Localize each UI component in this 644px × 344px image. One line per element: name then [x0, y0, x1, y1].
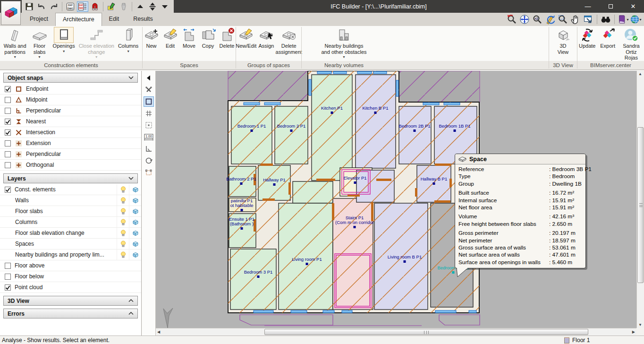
tab-edit[interactable]: Edit	[102, 13, 127, 26]
floor-up-button[interactable]	[135, 1, 146, 12]
layer-row-floor-slabs[interactable]: Floor slabs	[0, 206, 141, 217]
object-snap-button[interactable]	[144, 96, 154, 107]
3d-cube-icon[interactable]	[129, 184, 141, 195]
3d-cube-icon[interactable]	[129, 195, 141, 206]
snap-row-nearest[interactable]: Nearest	[0, 116, 141, 127]
layer-row-floor-below[interactable]: Floor below	[0, 271, 141, 282]
visibility-bulb-icon[interactable]	[117, 249, 129, 260]
visibility-bulb-icon[interactable]	[117, 228, 129, 238]
layer-row-nearby-buildings-and-property-lim-[interactable]: Nearby buildings and property lim...	[0, 249, 141, 260]
zoom-previous-button[interactable]	[506, 14, 518, 25]
pan-button[interactable]	[569, 14, 582, 25]
checkbox[interactable]	[5, 86, 11, 92]
snap-to-grid-button[interactable]	[144, 120, 154, 130]
checkbox[interactable]	[5, 108, 11, 114]
edit-templates-button[interactable]	[106, 1, 117, 12]
undo-button[interactable]	[36, 1, 47, 12]
layer-row-spaces[interactable]: Spaces	[0, 239, 141, 249]
checkbox[interactable]	[5, 274, 11, 280]
layer-row-point-cloud[interactable]: Point cloud	[0, 282, 141, 293]
space-copy-button[interactable]: Copy	[199, 26, 217, 61]
floor-select-button[interactable]	[147, 1, 158, 12]
3d-cube-icon[interactable]	[129, 239, 141, 249]
layer-row-walls[interactable]: Walls	[0, 195, 141, 206]
layer-row-floor-above[interactable]: Floor above	[0, 260, 141, 271]
language-menu-button[interactable]: ▼	[630, 14, 642, 25]
scroll-right-arrow[interactable]: ▶	[632, 330, 635, 334]
scroll-left-arrow[interactable]: ◀	[157, 330, 160, 334]
group-new-edit-button[interactable]: New/Edit	[236, 26, 256, 61]
checkbox[interactable]	[5, 129, 11, 136]
zoom-scale-button[interactable]: ×2	[531, 14, 543, 25]
nearby-buildings-button[interactable]: Nearby buildings and other obstacles▼	[320, 26, 368, 61]
vertical-scrollbar[interactable]: ▲ ▼	[636, 71, 644, 328]
dimension-button[interactable]: 1.00	[144, 132, 154, 142]
save-button[interactable]	[24, 1, 35, 12]
checkbox[interactable]	[5, 97, 11, 103]
checkbox[interactable]	[5, 119, 11, 125]
errors-section-header[interactable]: Errors	[3, 309, 138, 318]
floor-down-button[interactable]	[159, 1, 170, 12]
collapse-panel-button[interactable]	[144, 73, 154, 83]
snap-row-intersection[interactable]: Intersection	[0, 127, 141, 138]
checkbox[interactable]	[5, 151, 11, 157]
snap-row-endpoint[interactable]: Endpoint	[0, 84, 141, 95]
maximize-button[interactable]	[600, 0, 621, 13]
snap-row-perpendicular[interactable]: Perpendicular	[0, 105, 141, 116]
space-new-button[interactable]: New	[143, 26, 161, 61]
tab-project[interactable]: Project	[23, 13, 55, 26]
select-region-button[interactable]	[144, 167, 154, 178]
3d-cube-icon[interactable]	[129, 206, 141, 216]
checkbox[interactable]	[5, 284, 11, 291]
zoom-extents-button[interactable]	[518, 14, 531, 25]
snap-row-perpendicular[interactable]: Perpendicular	[0, 149, 141, 160]
tab-results[interactable]: Results	[126, 13, 160, 26]
snap-row-extension[interactable]: Extension	[0, 138, 141, 149]
walls-and-partitions-button[interactable]: Walls and partitions▼	[2, 26, 28, 61]
snap-row-orthogonal[interactable]: Orthogonal	[0, 160, 141, 171]
snap-row-midpoint[interactable]: Midpoint	[0, 95, 141, 105]
space-edit-button[interactable]: Edit	[161, 26, 179, 61]
checkbox[interactable]	[5, 140, 11, 146]
user-account-button[interactable]: Sandra Ortiz Rojas	[619, 26, 644, 61]
tab-architecture[interactable]: Architecture	[55, 13, 102, 26]
redraw-button[interactable]	[544, 14, 556, 25]
3d-cube-icon[interactable]	[129, 217, 141, 227]
space-move-button[interactable]: Move	[180, 26, 198, 61]
find-button[interactable]	[600, 14, 612, 25]
viewport-button[interactable]	[582, 14, 594, 25]
help-menu-button[interactable]: ▼	[617, 14, 629, 25]
space-delete-button[interactable]: Delete	[218, 26, 236, 61]
tools-button[interactable]	[144, 85, 154, 95]
3d-view-button[interactable]: 3D View	[552, 26, 574, 61]
checkbox[interactable]	[5, 263, 11, 269]
scroll-up-arrow[interactable]: ▲	[638, 72, 642, 76]
3d-cube-icon[interactable]	[129, 228, 141, 238]
dxf-dwg-import-button[interactable]: DXFDWG	[65, 1, 76, 12]
visibility-bulb-icon[interactable]	[117, 195, 129, 206]
floor-indicator[interactable]: Floor 1	[563, 336, 590, 344]
3d-cube-icon[interactable]	[129, 249, 141, 260]
vertical-scroll-thumb[interactable]	[637, 127, 644, 283]
angle-button[interactable]	[144, 144, 154, 154]
layer-row-floor-slab-elevation-change[interactable]: Floor slab elevation change	[0, 228, 141, 239]
update-button[interactable]: Update	[577, 26, 597, 61]
visibility-bulb-icon[interactable]	[117, 206, 129, 216]
grid-button[interactable]	[144, 108, 154, 119]
export-button[interactable]: Export	[598, 26, 617, 61]
object-snaps-header[interactable]: Object snaps	[3, 73, 138, 83]
close-button[interactable]: ✕	[622, 0, 644, 13]
openings-button[interactable]: Openings▼	[51, 26, 76, 61]
layers-header[interactable]: Layers	[3, 173, 138, 183]
3d-view-section-header[interactable]: 3D View	[3, 296, 138, 306]
object-snap-toggle-button[interactable]	[89, 1, 101, 12]
visibility-bulb-icon[interactable]	[117, 239, 129, 249]
visibility-bulb-icon[interactable]	[117, 217, 129, 227]
group-delete-assignment-button[interactable]: Delete assignment	[276, 26, 301, 61]
minimize-button[interactable]: —	[577, 0, 599, 13]
visibility-bulb-icon[interactable]	[117, 184, 129, 195]
layer-row-const-elements[interactable]: Const. elements	[0, 184, 141, 195]
floor-slabs-button[interactable]: Floor slabs▼	[29, 26, 51, 61]
redo-button[interactable]	[48, 1, 59, 12]
layer-row-columns[interactable]: Columns	[0, 217, 141, 228]
